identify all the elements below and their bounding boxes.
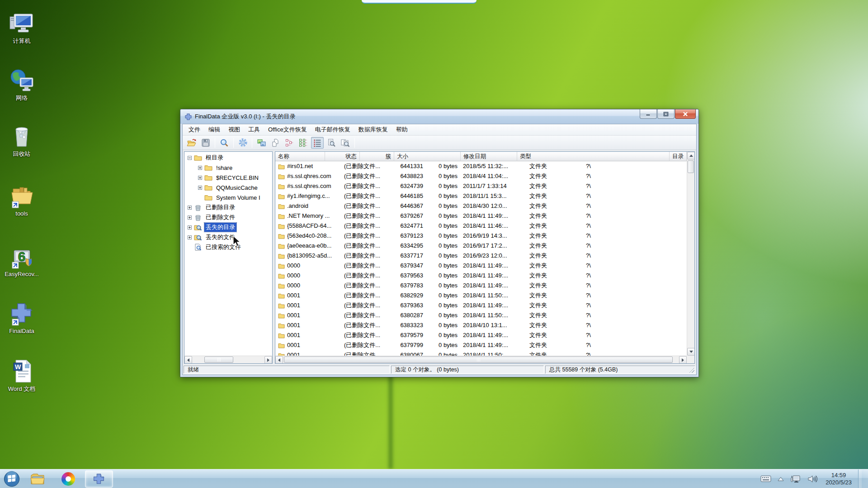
input-method-keyboard-icon[interactable] [760, 475, 771, 482]
tree-expand-toggle[interactable] [198, 176, 202, 180]
show-desktop-button[interactable] [858, 469, 862, 488]
table-row[interactable]: 0001 (已删除文件... 6379363 0 bytes 2018/4/1 … [275, 300, 687, 310]
scroll-right-button[interactable] [264, 356, 272, 364]
menu-item[interactable]: 电子邮件恢复 [311, 124, 354, 135]
window-resize-grip[interactable] [689, 367, 694, 373]
details-list-button[interactable] [311, 137, 324, 149]
desktop-icon-easyrecovery[interactable]: 6 EasyRecov... [0, 243, 43, 277]
search-button[interactable] [218, 137, 231, 149]
menu-item[interactable]: 文件 [184, 124, 204, 135]
show-hidden-icons-button[interactable] [778, 477, 784, 481]
table-row[interactable]: #s.ssl.qhres.com (已删除文件... 6438823 0 byt… [275, 171, 687, 181]
cell-type: 文件夹 [527, 291, 583, 300]
tree-nodes-button[interactable] [283, 137, 296, 149]
tree-expand-toggle[interactable] [198, 166, 202, 170]
scroll-up-button[interactable] [687, 152, 695, 160]
desktop-icon-recycle-bin[interactable]: 回收站 [0, 123, 43, 157]
preview-file-button[interactable] [325, 137, 338, 149]
taskbar-browser-button[interactable] [54, 470, 82, 488]
tree-item[interactable]: 丢失的目录 [184, 222, 272, 232]
tree-item[interactable]: 已删除目录 [184, 202, 272, 212]
network-tray-icon[interactable] [790, 474, 801, 483]
tree-item[interactable]: !share [184, 163, 272, 173]
desktop-icon-tools[interactable]: tools [0, 183, 43, 217]
table-row[interactable]: 0001 (已删除文件... 6382929 0 bytes 2018/4/1 … [275, 291, 687, 300]
tree-item[interactable]: 根目录 [184, 153, 272, 163]
scrollbar-thumb[interactable] [688, 160, 694, 173]
preview-image-button[interactable] [255, 137, 268, 149]
taskbar-explorer-button[interactable] [24, 470, 52, 488]
scrollbar-thumb[interactable] [284, 357, 673, 363]
copy-file-button[interactable] [269, 137, 282, 149]
tree-expand-toggle[interactable] [188, 156, 192, 160]
table-row[interactable]: #irs01.net (已删除文件... 6441331 0 bytes 201… [275, 161, 687, 171]
menu-item[interactable]: 数据库恢复 [354, 124, 392, 135]
volume-tray-icon[interactable] [807, 475, 817, 483]
table-row[interactable]: 0000 (已删除文件... 6379347 0 bytes 2018/4/1 … [275, 261, 687, 271]
table-row[interactable]: {ae0eeaca-e0b... (已删除文件... 6334295 0 byt… [275, 241, 687, 251]
start-button[interactable] [3, 470, 21, 488]
menu-item[interactable]: 工具 [244, 124, 264, 135]
table-row[interactable]: #s.ssl.qhres.com (已删除文件... 6324739 0 byt… [275, 181, 687, 191]
column-header[interactable]: 大小 [394, 152, 461, 161]
list-vertical-scrollbar[interactable] [687, 152, 694, 356]
taskbar-finaldata-button[interactable] [85, 470, 113, 488]
scroll-down-button[interactable] [687, 348, 695, 356]
menu-item[interactable]: Office文件恢复 [264, 124, 311, 135]
table-row[interactable]: 0000 (已删除文件... 6379783 0 bytes 2018/4/1 … [275, 281, 687, 291]
maximize-button[interactable] [657, 109, 675, 119]
column-header[interactable]: 状态 [325, 152, 360, 161]
table-row[interactable]: {b8130952-a5d... (已删除文件... 6337717 0 byt… [275, 251, 687, 261]
tree-expand-toggle[interactable] [198, 186, 202, 190]
desktop-icon-network[interactable]: 网络 [0, 67, 43, 101]
menu-item[interactable]: 编辑 [204, 124, 224, 135]
tree-expand-toggle[interactable] [188, 225, 192, 230]
taskbar-clock[interactable]: 14:59 2020/5/23 [824, 472, 852, 486]
tree-expand-toggle[interactable] [188, 216, 192, 220]
tree-item[interactable]: 已搜索的文件 [184, 242, 272, 252]
column-header[interactable]: 修改日期 [461, 152, 517, 161]
table-row[interactable]: .NET Memory ... (已删除文件... 6379267 0 byte… [275, 211, 687, 221]
tree-item[interactable]: 丢失的文件 [184, 232, 272, 242]
table-row[interactable]: 0001 (已删除文件... 6380067 0 bytes 2018/4/1 … [275, 350, 687, 356]
table-row[interactable]: 0000 (已删除文件... 6379563 0 bytes 2018/4/1 … [275, 271, 687, 281]
column-header[interactable]: 类型 [517, 152, 670, 161]
column-header[interactable]: 名称 [275, 152, 325, 161]
tree-item[interactable]: QQMusicCache [184, 183, 272, 192]
autohide-toolbar-tab[interactable] [362, 0, 476, 4]
open-folder-button[interactable] [185, 137, 198, 149]
save-button[interactable] [199, 137, 212, 149]
column-header[interactable]: 目录 [670, 152, 687, 161]
menu-item[interactable]: 帮助 [392, 124, 412, 135]
desktop-icon-computer[interactable]: 计算机 [0, 10, 43, 44]
table-row[interactable]: 0001 (已删除文件... 6383323 0 bytes 2018/4/10… [275, 320, 687, 330]
scroll-right-button[interactable] [679, 356, 687, 364]
table-row[interactable]: 0001 (已删除文件... 6379799 0 bytes 2018/4/1 … [275, 340, 687, 350]
desktop-icon-finaldata[interactable]: FinalData [0, 300, 43, 334]
tree-expand-toggle[interactable] [188, 206, 192, 210]
table-row[interactable]: 0001 (已删除文件... 6379579 0 bytes 2018/4/1 … [275, 330, 687, 340]
tree-item[interactable]: System Volume I [184, 192, 272, 202]
close-button[interactable] [675, 109, 696, 119]
tree-branches-button[interactable] [297, 137, 310, 149]
scroll-left-button[interactable] [275, 356, 283, 364]
tree-item[interactable]: $RECYCLE.BIN [184, 173, 272, 183]
tree-item[interactable]: 已删除文件 [184, 212, 272, 222]
minimize-button[interactable] [640, 109, 657, 119]
table-row[interactable]: {5588ACFD-64... (已删除文件... 6324771 0 byte… [275, 221, 687, 231]
preview-files-button[interactable] [339, 137, 352, 149]
window-titlebar[interactable]: FinalData 企业版 v3.0 (I:) - 丢失的目录 [180, 109, 698, 124]
settings-button[interactable] [236, 137, 249, 149]
list-horizontal-scrollbar[interactable] [275, 356, 687, 363]
scroll-left-button[interactable] [184, 356, 192, 364]
menu-item[interactable]: 视图 [224, 124, 244, 135]
tree-horizontal-scrollbar[interactable] [184, 356, 272, 363]
table-row[interactable]: .android (已删除文件... 6446367 0 bytes 2018/… [275, 201, 687, 211]
table-row[interactable]: {563ed4c0-208... (已删除文件... 6379123 0 byt… [275, 231, 687, 241]
table-row[interactable]: #y1.ifengimg.c... (已删除文件... 6446185 0 by… [275, 191, 687, 201]
scrollbar-thumb[interactable] [204, 357, 233, 363]
column-header[interactable]: 簇 [360, 152, 394, 161]
tree-expand-toggle[interactable] [188, 235, 192, 239]
desktop-icon-word-doc[interactable]: W Word 文档 [0, 358, 43, 392]
table-row[interactable]: 0001 (已删除文件... 6380287 0 bytes 2018/4/1 … [275, 310, 687, 320]
